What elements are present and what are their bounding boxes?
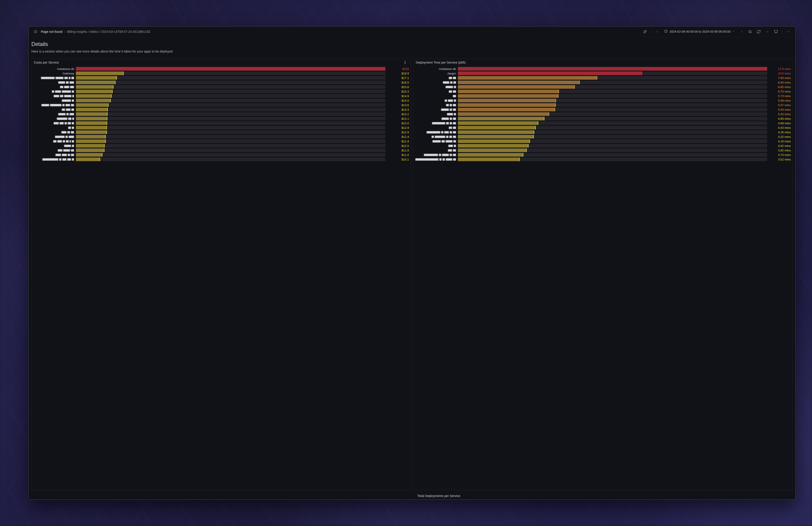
bar-label [415,154,456,156]
bar-row[interactable]: $17.1 [33,76,409,80]
bar-row[interactable]: 5.73 mins [415,94,791,98]
bar-row[interactable]: 3.52 mins [415,157,791,162]
bar-row[interactable]: $12.9 [33,130,409,134]
bar-row[interactable]: $15.3 [33,89,409,94]
redacted-text [450,131,452,134]
redacted-text [70,113,74,116]
redacted-text [439,158,441,161]
bar-value: $16.5 [387,81,409,84]
bar-row[interactable]: 5.57 mins [415,103,791,107]
time-range-picker[interactable]: 2024-02-08 00:00:00 to 2024-03-08 00:00:… [663,28,736,35]
bar-track [458,76,767,80]
bar-row[interactable]: $12.9 [33,125,409,130]
redacted-text [72,145,74,147]
bar-row[interactable]: $13.3 [33,107,409,112]
breadcrumb-path[interactable]: Billing insights / Welco / 2024-03-14T08… [67,30,150,33]
redacted-text [453,149,456,152]
redacted-text [449,77,452,79]
breadcrumb-title[interactable]: Page not found [41,30,62,33]
bar-row[interactable]: 3.73 mins [415,152,791,157]
bar-row[interactable]: 6.65 mins [415,85,791,89]
panel-menu-icon[interactable] [785,28,792,35]
redacted-text [453,118,456,120]
bar-label [33,104,74,106]
redacted-text [453,154,456,156]
bar-row[interactable]: Jaeger10.5 mins [415,71,791,76]
time-prev-button[interactable] [654,28,661,35]
zoom-out-icon[interactable] [747,28,754,35]
redacted-text [446,136,448,138]
bar-row[interactable]: $13.1 [33,116,409,121]
bar-row[interactable]: 5.58 mins [415,98,791,103]
panel-menu-icon[interactable] [402,59,408,66]
share-link-icon[interactable] [642,28,649,35]
monitor-icon[interactable] [772,28,779,35]
panel-deploy-time: Deployment Time per Service (p95) metaba… [413,59,793,490]
time-range-label: 2024-02-08 00:00:00 to 2024-03-08 00:00:… [669,30,730,33]
bar-row[interactable]: 4.10 mins [415,139,791,144]
bar-row[interactable]: 4.35 mins [415,130,791,134]
bar-row[interactable]: metabase-db$129 [33,66,409,71]
bar-row[interactable]: $13.0 [33,121,409,125]
bar-value: 4.10 mins [769,140,791,143]
bar-row[interactable]: 5.53 mins [415,107,791,112]
bar-row[interactable]: $10.1 [33,157,409,162]
redacted-text [453,95,456,97]
redacted-text [432,122,445,124]
bar-fill [76,67,385,71]
bar-fill [76,117,107,120]
bar-row[interactable]: 5.75 mins [415,89,791,94]
menu-icon[interactable] [32,28,39,35]
bar-fill [458,135,534,138]
time-next-button[interactable] [738,28,745,35]
bar-row[interactable]: $14.9 [33,94,409,98]
bar-row[interactable]: $12.0 [33,144,409,148]
bar-row[interactable]: 4.02 mins [415,144,791,148]
bar-row[interactable]: $13.2 [33,112,409,116]
bar-row[interactable]: $11.0 [33,152,409,157]
bar-row[interactable]: 6.93 mins [415,80,791,85]
bar-row[interactable]: $11.9 [33,148,409,152]
bar-row[interactable]: $16.5 [33,80,409,85]
bar-track [76,85,385,89]
bar-row[interactable]: 3.92 mins [415,148,791,152]
bar-row[interactable]: 4.93 mins [415,116,791,121]
bar-row[interactable]: 4.43 mins [415,125,791,130]
bar-fill [76,108,108,111]
bar-chart: metabase-db17.6 minsJaeger10.5 mins7.93 … [414,66,793,490]
bar-value: 5.75 mins [769,90,791,93]
bar-row[interactable]: $12.4 [33,134,409,139]
bar-row[interactable]: $14.5 [33,98,409,103]
bar-row[interactable]: metabase-db17.6 mins [415,66,791,71]
bar-track [458,153,767,156]
bar-chart: metabase-db$129Gateway$19.9$17.1$16.5$15… [31,66,410,490]
refresh-menu-icon[interactable] [764,28,771,35]
bar-row[interactable]: $13.6 [33,103,409,107]
refresh-icon[interactable] [755,28,762,35]
redacted-text [60,122,64,124]
bar-track [76,67,385,71]
bar-row[interactable]: 4.32 mins [415,134,791,139]
redacted-text [445,99,447,102]
bar-row[interactable]: 4.58 mins [415,121,791,125]
redacted-text [446,104,449,106]
topbar: Page not found › Billing insights / Welc… [29,27,796,37]
bar-fill [76,90,113,93]
bar-row[interactable]: $15.6 [33,85,409,89]
bar-row[interactable]: $12.4 [33,139,409,144]
bar-track [76,80,385,84]
bar-row[interactable]: 7.93 mins [415,76,791,80]
bar-track [458,67,767,71]
bar-label [33,145,74,147]
redacted-text [433,140,441,142]
redacted-text [449,136,452,138]
bar-row[interactable]: 5.20 mins [415,112,791,116]
bar-row[interactable]: Gateway$19.9 [33,71,409,76]
panel-total-deployments: Total Deployments per Service [413,492,793,499]
bar-track [458,90,767,93]
bar-track [76,103,385,107]
redacted-text [67,131,70,134]
bar-value: 4.32 mins [769,135,791,138]
bar-label [33,126,74,129]
redacted-text [58,81,65,84]
